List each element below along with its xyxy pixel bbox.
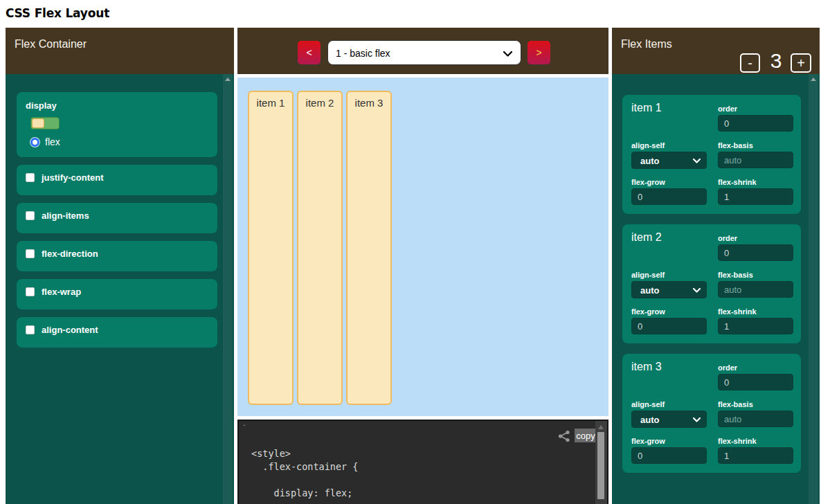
flex-item-card: item 2 order align-self auto flex-basis … [622, 224, 801, 343]
property-label: align-items [42, 210, 89, 221]
flex-shrink-label: flex-shrink [718, 307, 757, 316]
flex-grow-input[interactable] [631, 447, 707, 464]
left-panel-scrollbar[interactable] [223, 74, 233, 504]
flex-items-panel-header: Flex Items - 3 + [612, 28, 820, 74]
property-toggle-card: align-content [17, 317, 217, 348]
toggle-knob [32, 118, 44, 128]
flex-basis-input[interactable] [718, 152, 793, 168]
flex-grow-label: flex-grow [631, 437, 665, 445]
order-input[interactable] [718, 115, 793, 132]
flex-grow-input[interactable] [631, 318, 707, 334]
flex-item-name: item 3 [631, 361, 662, 373]
align-self-label: align-self [631, 400, 665, 408]
right-panel-scrollbar[interactable] [809, 74, 818, 504]
flex-basis-label: flex-basis [718, 141, 753, 150]
order-label: order [718, 105, 737, 113]
code-scrollbar-thumb[interactable] [597, 432, 604, 499]
flex-items-title: Flex Items [621, 38, 672, 51]
flex-shrink-input[interactable] [718, 447, 793, 464]
item-count: 3 [765, 49, 787, 73]
chevron-down-icon [503, 51, 512, 57]
flex-container-panel-header: Flex Container [6, 28, 234, 74]
flex-shrink-input[interactable] [718, 188, 793, 205]
property-label: flex-direction [42, 249, 98, 259]
flex-item-card: item 1 order align-self auto flex-basis … [622, 95, 801, 214]
flex-grow-input[interactable] [631, 188, 707, 205]
flex-basis-label: flex-basis [718, 271, 753, 279]
align-self-select[interactable]: auto [631, 281, 707, 298]
flex-basis-label: flex-basis [718, 400, 753, 408]
preset-select-value: 1 - basic flex [336, 48, 390, 59]
remove-item-button[interactable]: - [740, 53, 760, 73]
property-toggle-card: justify-content [17, 165, 217, 195]
flex-basis-input[interactable] [718, 411, 793, 427]
scroll-up-icon[interactable] [598, 425, 604, 429]
generated-css-code: <style> .flex-container { display: flex; [251, 447, 358, 500]
chevron-down-icon [693, 417, 701, 422]
order-label: order [718, 363, 737, 372]
display-control-card: display flex [17, 92, 217, 157]
flex-demo-container: item 1 item 2 item 3 [237, 78, 608, 416]
flex-container-title: Flex Container [15, 38, 87, 51]
add-item-button[interactable]: + [791, 53, 811, 73]
scroll-up-icon[interactable] [225, 78, 231, 81]
code-scrollbar[interactable] [595, 421, 607, 504]
next-preset-button[interactable]: > [527, 41, 550, 64]
flex-item-name: item 2 [631, 231, 662, 244]
preset-select[interactable]: 1 - basic flex [327, 40, 521, 65]
display-toggle[interactable] [30, 117, 60, 129]
property-toggle-card: flex-wrap [17, 279, 217, 309]
flex-shrink-input[interactable] [718, 318, 793, 334]
flex-grow-label: flex-grow [631, 307, 665, 316]
copy-button[interactable]: copy [575, 429, 597, 442]
display-label: display [26, 100, 217, 111]
flex-grow-label: flex-grow [631, 178, 665, 186]
flex-basis-input[interactable] [718, 281, 793, 298]
align-self-label: align-self [631, 141, 665, 150]
order-input[interactable] [718, 374, 793, 390]
property-label: flex-wrap [42, 287, 81, 297]
property-checkbox[interactable] [26, 287, 35, 296]
align-self-value: auto [640, 156, 659, 166]
flex-item-name: item 1 [631, 102, 662, 114]
flex-radio[interactable] [30, 138, 39, 147]
property-checkbox[interactable] [26, 173, 35, 182]
code-corner-dot: . [243, 417, 246, 428]
scroll-up-icon[interactable] [811, 78, 816, 81]
flex-container-panel: display flex justify-content align-items… [6, 74, 234, 504]
property-checkbox[interactable] [26, 325, 35, 334]
property-checkbox[interactable] [26, 211, 35, 220]
order-input[interactable] [718, 244, 793, 261]
order-label: order [718, 234, 737, 242]
flex-demo-item: item 1 [248, 91, 294, 405]
align-self-value: auto [640, 285, 659, 296]
property-label: align-content [42, 325, 98, 335]
property-checkbox[interactable] [26, 249, 35, 258]
flex-item-card: item 3 order align-self auto flex-basis … [622, 354, 801, 473]
align-self-select[interactable]: auto [631, 411, 707, 428]
flex-shrink-label: flex-shrink [718, 437, 757, 445]
chevron-down-icon [693, 288, 701, 293]
flex-demo-item: item 2 [297, 91, 343, 405]
flex-items-panel: item 1 order align-self auto flex-basis … [612, 74, 820, 504]
code-panel: . copy <style> .flex-container { display… [237, 420, 608, 504]
align-self-label: align-self [631, 271, 665, 279]
previous-preset-button[interactable]: < [298, 41, 321, 64]
property-label: justify-content [42, 172, 104, 183]
align-self-select[interactable]: auto [631, 152, 707, 169]
preset-bar: < 1 - basic flex > [237, 28, 608, 74]
property-toggle-card: align-items [17, 203, 217, 233]
align-self-value: auto [640, 415, 659, 425]
property-toggle-card: flex-direction [17, 241, 217, 271]
page-title: CSS Flex Layout [6, 6, 109, 20]
flex-radio-label: flex [45, 136, 60, 147]
chevron-down-icon [693, 159, 701, 163]
flex-demo-item: item 3 [346, 91, 392, 405]
share-icon[interactable] [558, 430, 570, 442]
flex-shrink-label: flex-shrink [718, 178, 757, 186]
